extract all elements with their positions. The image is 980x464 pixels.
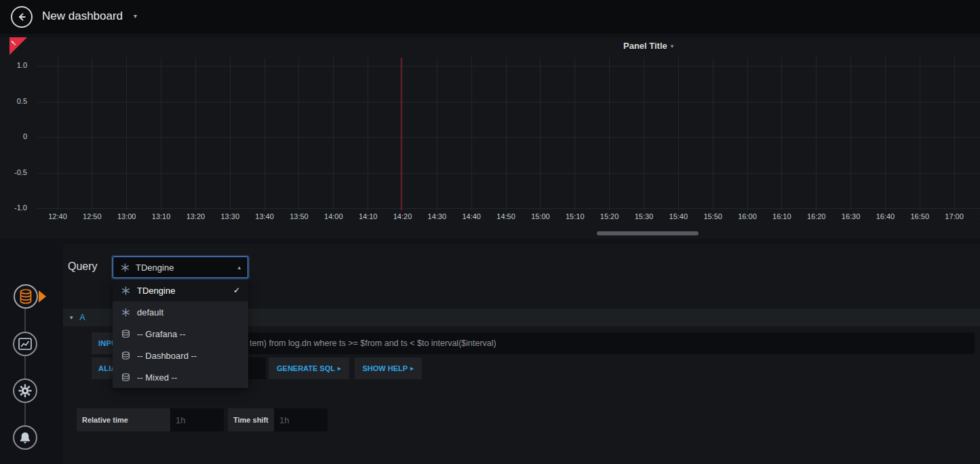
- time-options-row: Relative time Time shift: [77, 408, 328, 431]
- database-icon: [121, 373, 130, 382]
- panel-title-menu[interactable]: Panel Title ▾: [623, 41, 673, 51]
- x-axis-tick: 14:30: [422, 212, 452, 220]
- chevron-down-icon[interactable]: ▾: [134, 12, 137, 20]
- x-axis-tick: 14:40: [456, 212, 486, 220]
- x-axis-tick: 14:00: [319, 212, 349, 220]
- gridline-vertical: [781, 58, 782, 210]
- dropdown-option-default[interactable]: default: [113, 301, 248, 323]
- chevron-down-icon: ▾: [671, 43, 674, 50]
- dropdown-option-grafana[interactable]: -- Grafana --: [113, 323, 248, 345]
- x-axis-tick: 13:00: [112, 212, 142, 220]
- gridline-vertical: [92, 58, 92, 210]
- tab-queries[interactable]: [14, 284, 38, 309]
- arrow-left-icon: [16, 12, 27, 22]
- gridline-vertical: [368, 58, 368, 210]
- gridline-vertical: [264, 58, 265, 210]
- relative-time-label: Relative time: [77, 408, 170, 431]
- dropdown-option-mixed[interactable]: -- Mixed --: [113, 366, 248, 388]
- gridline-vertical: [506, 58, 507, 210]
- x-axis-tick: 16:00: [732, 212, 762, 220]
- collapse-caret-icon: ▾: [70, 314, 73, 321]
- dropdown-option-label: -- Mixed --: [137, 372, 177, 383]
- x-axis-tick: 16:30: [836, 212, 866, 220]
- sidebar-connector-line: [24, 296, 26, 438]
- horizontal-scrollbar[interactable]: [597, 231, 699, 235]
- y-axis-tick: -0.5: [0, 168, 27, 176]
- datasource-picker[interactable]: TDengine ▴: [113, 256, 248, 278]
- database-icon: [121, 351, 130, 360]
- x-axis-tick: 15:00: [526, 212, 555, 220]
- gridline-vertical: [195, 58, 196, 210]
- x-axis-tick: 13:50: [284, 212, 314, 220]
- gridline-vertical: [920, 58, 920, 210]
- x-axis-tick: 13:40: [250, 212, 279, 220]
- gridline-vertical: [437, 58, 437, 210]
- gridline-vertical: [333, 58, 334, 210]
- sql-query-text: tem) from log.dn where ts >= $from and t…: [250, 332, 496, 354]
- dropdown-option-label: -- Grafana --: [137, 329, 186, 339]
- x-axis-tick: 15:10: [560, 212, 590, 220]
- tab-visualization[interactable]: [13, 332, 37, 356]
- gridline-vertical: [954, 58, 955, 210]
- relative-time-input[interactable]: [170, 408, 224, 431]
- dashboard-title[interactable]: New dashboard: [42, 9, 123, 23]
- caret-right-icon: ▸: [338, 365, 341, 372]
- dropdown-option-label: default: [137, 307, 163, 317]
- query-ref-id: A: [80, 313, 85, 322]
- gridline-vertical: [471, 58, 472, 210]
- gridline-vertical: [713, 58, 713, 210]
- gridline-vertical: [644, 58, 644, 210]
- gridline-vertical: [850, 58, 851, 210]
- time-cursor-line: [401, 58, 401, 210]
- show-help-label: SHOW HELP: [363, 364, 408, 372]
- x-axis-tick: 16:10: [767, 212, 797, 220]
- generate-sql-label: GENERATE SQL: [277, 364, 335, 372]
- bell-icon: [19, 431, 31, 444]
- y-axis-tick: -1.0: [0, 204, 27, 212]
- gridline-vertical: [574, 58, 575, 210]
- tdengine-star-icon: [121, 286, 130, 295]
- generate-sql-button[interactable]: GENERATE SQL ▸: [269, 357, 349, 379]
- gridline-horizontal: [37, 66, 980, 66]
- chevron-up-icon: ▴: [237, 264, 241, 271]
- panel-title: Panel Title: [623, 41, 667, 51]
- gridline-vertical: [678, 58, 679, 210]
- x-axis-tick: 14:10: [353, 212, 383, 220]
- dropdown-option-label: TDengine: [137, 286, 175, 296]
- dropdown-option-dashboard[interactable]: -- Dashboard --: [113, 345, 248, 366]
- gear-icon: [18, 384, 32, 398]
- x-axis-tick: 15:20: [595, 212, 625, 220]
- x-axis-tick: 15:50: [698, 212, 728, 220]
- dropdown-option-label: -- Dashboard --: [137, 351, 197, 361]
- gridline-vertical: [126, 58, 127, 210]
- back-button[interactable]: [11, 6, 33, 28]
- tab-alert[interactable]: [13, 425, 37, 450]
- gridline-vertical: [230, 58, 231, 210]
- graph-icon: [18, 338, 32, 350]
- caret-right-icon: ▸: [410, 365, 414, 372]
- show-help-button[interactable]: SHOW HELP ▸: [355, 357, 422, 379]
- x-axis-tick: 13:30: [215, 212, 245, 220]
- y-axis-tick: 1.0: [0, 61, 27, 69]
- dropdown-option-tdengine[interactable]: TDengine✓: [113, 279, 248, 301]
- top-navbar: New dashboard ▾: [0, 0, 980, 34]
- gridline-vertical: [402, 58, 403, 210]
- x-axis-tick: 16:50: [905, 212, 935, 220]
- x-axis-tick: 14:20: [388, 212, 418, 220]
- gridline-vertical: [816, 58, 817, 210]
- graph-panel: ! Panel Title ▾ 12:4012:5013:0013:1013:2…: [0, 37, 980, 239]
- gridline-vertical: [161, 58, 161, 210]
- database-icon: [121, 330, 130, 339]
- query-section-label: Query: [68, 260, 98, 273]
- x-axis-tick: 15:40: [663, 212, 693, 220]
- time-shift-input[interactable]: [274, 408, 328, 431]
- tab-general-settings[interactable]: [13, 379, 37, 403]
- gridline-vertical: [540, 58, 541, 210]
- gridline-horizontal: [37, 137, 980, 138]
- gridline-horizontal: [37, 102, 980, 102]
- x-axis-tick: 17:00: [939, 212, 969, 220]
- tdengine-star-icon: [121, 308, 130, 317]
- y-axis-tick: 0.5: [0, 97, 27, 105]
- y-axis-tick: 0: [0, 132, 27, 140]
- gridline-horizontal: [37, 173, 980, 174]
